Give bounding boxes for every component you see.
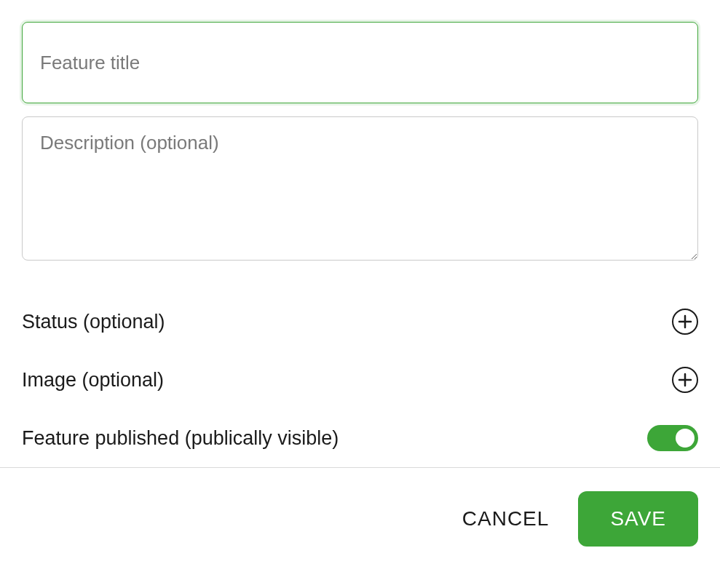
plus-icon	[678, 314, 692, 329]
cancel-button[interactable]: CANCEL	[462, 507, 550, 531]
save-button[interactable]: SAVE	[578, 491, 698, 547]
published-label: Feature published (publically visible)	[22, 427, 339, 450]
add-image-button[interactable]	[672, 367, 698, 393]
published-row: Feature published (publically visible)	[22, 409, 698, 467]
feature-description-input[interactable]	[22, 116, 698, 261]
image-label: Image (optional)	[22, 369, 164, 392]
toggle-knob	[676, 429, 695, 448]
status-row: Status (optional)	[22, 293, 698, 351]
status-label: Status (optional)	[22, 311, 165, 333]
plus-icon	[678, 373, 692, 387]
add-status-button[interactable]	[672, 309, 698, 335]
image-row: Image (optional)	[22, 351, 698, 409]
feature-title-input[interactable]	[22, 22, 698, 103]
dialog-footer: CANCEL SAVE	[0, 468, 720, 570]
feature-form: Status (optional) Image (optional) Featu…	[0, 0, 720, 467]
published-toggle[interactable]	[647, 425, 698, 451]
